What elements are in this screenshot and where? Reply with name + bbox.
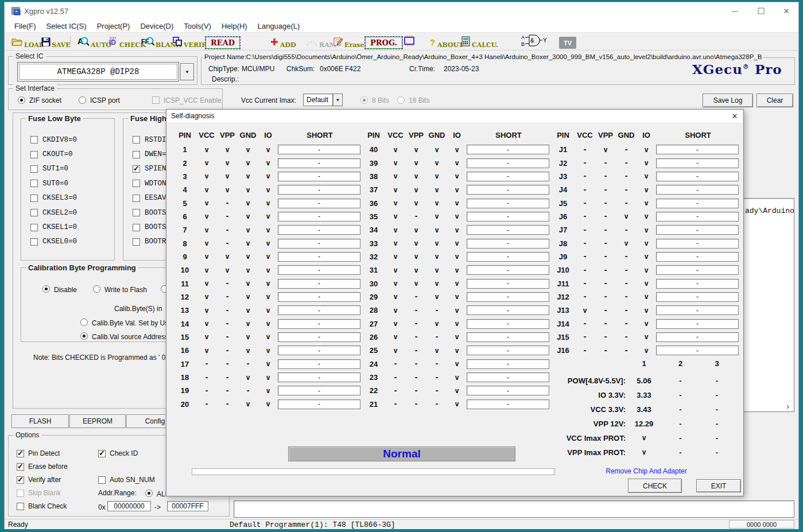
calib-byte-user-radio[interactable] [80, 319, 88, 326]
fuse-high-checkbox-boots[interactable] [133, 224, 140, 231]
fuse-low-checkbox-cksel3=0[interactable] [30, 195, 38, 202]
dialog-close-icon[interactable]: ✕ [730, 111, 740, 121]
fuse-high-checkbox-wdton[interactable] [133, 180, 140, 187]
toolbar-save-button[interactable]: SAVE [41, 34, 71, 50]
pin-number: 33 [362, 239, 385, 248]
toolbar-prog-button[interactable]: PROG. [365, 34, 402, 50]
check-button[interactable]: CHECK [628, 479, 682, 493]
zif-socket-radio[interactable] [18, 96, 25, 104]
pin-short-field: - [278, 345, 360, 355]
range-to-input[interactable]: 00007FFF [167, 501, 208, 511]
fuse-low-checkbox-cksel2=0[interactable] [30, 209, 38, 216]
fuse-high-checkbox-bootr[interactable] [133, 238, 140, 246]
fuse-low-checkbox-ckdiv8=0[interactable] [30, 136, 38, 143]
toolbar-add-button[interactable]: ADD [270, 34, 296, 50]
fuse-low-checkbox-ckout=0[interactable] [30, 151, 38, 158]
range-from-input[interactable]: 00000000 [107, 501, 151, 511]
minimize-button[interactable] [722, 2, 747, 20]
pin-vcc-mark: - [575, 253, 595, 261]
menu-help[interactable]: Help(H) [216, 22, 253, 30]
pin-vpp-mark: - [595, 306, 616, 314]
tab-flash[interactable]: FLASH [11, 414, 69, 428]
toolbar-gate-button[interactable]: AB&Y [521, 34, 548, 50]
close-button[interactable]: ✕ [774, 2, 799, 20]
range-arrow: -> [154, 503, 161, 511]
maximize-button[interactable] [748, 2, 774, 20]
menu-device[interactable]: Device(D) [135, 22, 179, 30]
toolbar-calcu-button[interactable]: CALCU. [461, 34, 498, 50]
fuse-low-checkbox-sut1=0[interactable] [30, 165, 38, 173]
option-checkbox[interactable] [17, 503, 24, 510]
addr-range-all-radio[interactable] [145, 490, 153, 497]
menu-language[interactable]: Language(L) [253, 22, 305, 30]
pin-number: 14 [173, 320, 196, 328]
calib-disable-radio[interactable] [42, 285, 50, 293]
calib-write-flash-radio[interactable] [93, 285, 100, 293]
calib-val-source-label: Calib.Val source Address : [92, 333, 172, 341]
fuse-high-checkbox-spien[interactable] [133, 165, 140, 173]
pin-gnd-mark: - [616, 347, 637, 355]
diag-header-io: IO [637, 131, 656, 139]
toolbar-read-button[interactable]: READ [205, 34, 240, 50]
pin-vpp-mark: v [217, 253, 238, 261]
pin-short-field: - [467, 158, 549, 168]
toolbar-check-button[interactable]: IDCHECK [108, 34, 146, 50]
vcc-imax-dropdown-button[interactable]: ▼ [333, 94, 343, 106]
remove-chip-link[interactable]: Remove Chip And Adapter [600, 467, 692, 475]
fuse-high-label: BOOTS [145, 223, 166, 231]
toolbar-verify-button[interactable]: VERIFY [172, 34, 211, 50]
exit-button[interactable]: EXIT [696, 479, 741, 492]
pin-io-mark: v [258, 400, 278, 408]
tab-eeprom[interactable]: EEPROM [69, 414, 126, 428]
toolbar-ram-button[interactable]: RAM [305, 34, 336, 50]
option-checkbox[interactable] [17, 450, 24, 457]
calib-byte-user-label: Calib.Byte Val. Set by User [92, 319, 174, 327]
icsp-port-radio[interactable] [79, 96, 86, 104]
toolbar-erase-button[interactable]: Erase [333, 34, 364, 50]
calib-val-source-radio[interactable] [80, 332, 88, 340]
menu-tools[interactable]: Tools(V) [179, 22, 216, 30]
toolbar-about-button[interactable]: ?ABOUT [429, 34, 463, 50]
pin-short-field: - [467, 305, 549, 315]
clear-button[interactable]: Clear [757, 94, 793, 107]
ic-selector[interactable]: ATMEGA328P @DIP28 [17, 62, 179, 81]
save-log-button[interactable]: Save Log [703, 94, 753, 107]
vcc-imax-select[interactable]: Default [303, 94, 333, 106]
fuse-low-checkbox-cksel1=0[interactable] [30, 224, 38, 231]
toolbar-auto-button[interactable]: AAUTO [77, 34, 111, 50]
pin-vcc-mark: v [385, 306, 406, 314]
measure-label: VPP 12V: [551, 420, 626, 428]
toolbar-chip-button[interactable] [403, 34, 416, 50]
fuse-low-checkbox-sut0=0[interactable] [30, 180, 38, 187]
scroll-right-arrow-icon[interactable]: › [786, 401, 789, 411]
pin-row-4: 4vvvv- [173, 183, 362, 196]
pin-io-mark: v [258, 266, 278, 274]
menu-bar: File(F)Select IC(S)Project(P)Device(D)To… [5, 20, 798, 32]
pin-row-38: 38vvvv- [362, 170, 550, 183]
fuse-high-checkbox-rstdi[interactable] [133, 136, 140, 143]
toolbar-tv-button[interactable]: TV [559, 34, 576, 50]
pin-number: 30 [362, 279, 385, 288]
measure-col-header: 1 [626, 359, 662, 368]
ic-selector-dropdown-button[interactable]: ▼ [180, 63, 194, 80]
option-checkbox[interactable] [17, 476, 24, 484]
menu-project[interactable]: Project(P) [92, 22, 135, 30]
menu-select-ic[interactable]: Select IC(S) [41, 22, 92, 30]
menu-file[interactable]: File(F) [9, 22, 41, 30]
fuse-high-label: DWEN= [145, 150, 166, 158]
fuse-high-checkbox-boots[interactable] [133, 209, 140, 216]
option-checkbox[interactable] [98, 450, 106, 457]
pin-short-field: - [278, 212, 360, 222]
toolbar-load-button[interactable]: LOAD [11, 34, 44, 50]
option-checkbox[interactable] [98, 476, 106, 484]
pin-vpp-mark: - [217, 360, 238, 368]
fuse-high-checkbox-dwen=[interactable] [133, 151, 140, 158]
dialog-title-bar[interactable]: Self-diagnosis [166, 110, 743, 122]
pin-number: 17 [173, 360, 196, 368]
fuse-high-checkbox-eesavi[interactable] [133, 195, 140, 202]
option-checkbox[interactable] [17, 463, 24, 471]
pin-gnd-mark: v [426, 239, 447, 247]
fuse-low-checkbox-cksel0=0[interactable] [30, 238, 38, 246]
measure-value: - [662, 376, 699, 385]
pin-short-field: - [656, 305, 739, 315]
